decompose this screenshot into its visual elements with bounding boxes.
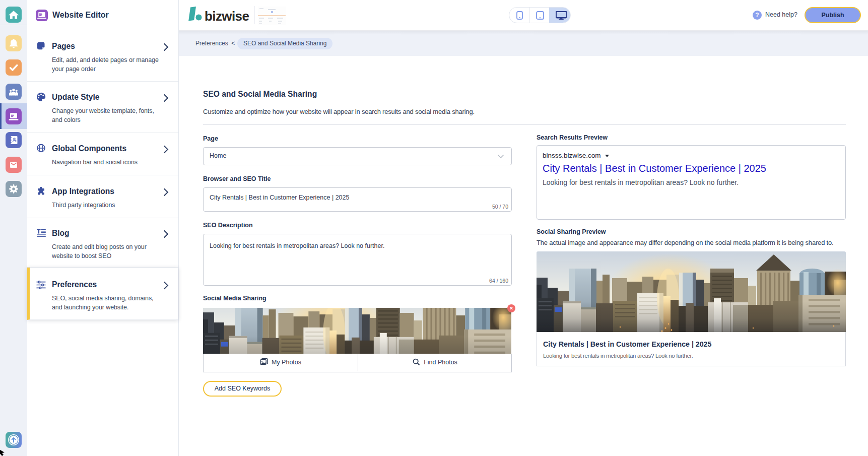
svg-text:bizwise: bizwise	[205, 9, 249, 24]
